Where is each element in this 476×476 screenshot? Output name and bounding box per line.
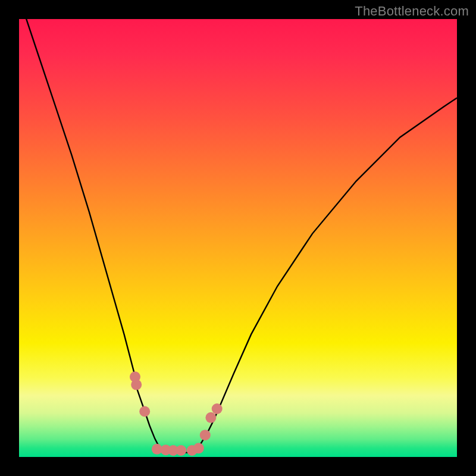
data-point-left-cluster-mid	[139, 406, 150, 417]
curve-layer	[19, 19, 457, 457]
data-point-left-cluster-top-b	[131, 380, 142, 390]
outer-frame: TheBottleneck.com	[0, 0, 476, 476]
data-point-right-cluster-top-a	[205, 412, 216, 423]
data-point-right-cluster-b	[200, 430, 211, 440]
data-point-right-cluster-top-b	[212, 403, 223, 414]
watermark-text: TheBottleneck.com	[355, 4, 469, 19]
data-point-floor-mid	[176, 445, 186, 456]
data-points	[130, 371, 223, 456]
bottleneck-curve	[19, 0, 457, 453]
data-point-right-cluster-a	[193, 443, 204, 453]
